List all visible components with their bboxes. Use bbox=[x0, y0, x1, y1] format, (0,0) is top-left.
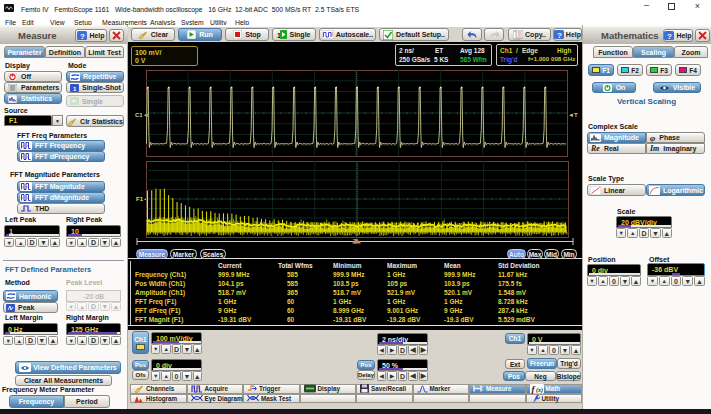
svg-text:?: ? bbox=[557, 31, 562, 40]
svg-text:?: ? bbox=[667, 32, 672, 41]
svg-text:?: ? bbox=[80, 32, 85, 41]
